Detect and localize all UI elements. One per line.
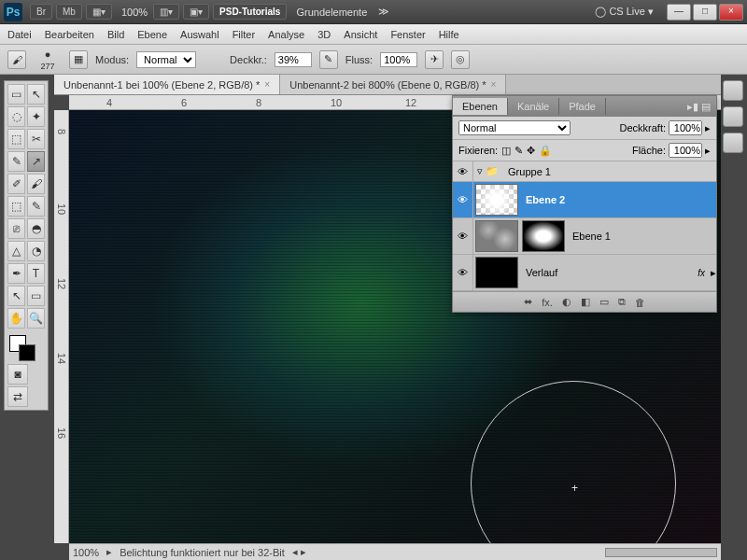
tool-stamp[interactable]: ✐ <box>7 174 25 194</box>
minimize-button[interactable]: — <box>667 4 691 21</box>
menu-ansicht[interactable]: Ansicht <box>344 29 377 40</box>
tool-eraser[interactable]: ⬚ <box>7 196 25 217</box>
minibridge-button[interactable]: Mb <box>56 4 82 20</box>
menu-fenster[interactable]: Fenster <box>390 29 425 40</box>
menu-auswahl[interactable]: Auswahl <box>180 29 219 40</box>
close-icon[interactable]: × <box>491 79 497 90</box>
layer-group[interactable]: 👁 ▿ 📁 Gruppe 1 <box>453 161 716 182</box>
scrollbar-h[interactable] <box>605 548 717 557</box>
tool-lasso[interactable]: ◌ <box>7 106 25 127</box>
menu-filter[interactable]: Filter <box>233 29 255 40</box>
close-icon[interactable]: × <box>264 79 270 90</box>
trash-icon[interactable]: 🗑 <box>635 297 645 308</box>
fx-badge[interactable]: fx <box>698 268 705 278</box>
adjust-icon[interactable] <box>723 133 743 153</box>
tool-heal[interactable]: ✎ <box>7 151 25 172</box>
menu-ebene[interactable]: Ebene <box>137 29 167 40</box>
group-icon[interactable]: ▭ <box>599 296 609 308</box>
brush-tool-icon[interactable]: 🖌 <box>7 50 26 69</box>
more-icon[interactable]: ≫ <box>378 6 389 18</box>
tool-gradient[interactable]: ✎ <box>27 196 45 217</box>
opacity-input[interactable] <box>275 52 312 67</box>
adjustment-icon[interactable]: ◧ <box>581 296 590 308</box>
menu-bearbeiten[interactable]: Bearbeiten <box>45 29 94 40</box>
viewmode-button[interactable]: ▦▾ <box>86 4 112 20</box>
tool-move[interactable]: ↖ <box>27 84 45 105</box>
tool-shape[interactable]: T <box>27 263 45 284</box>
lock-move-icon[interactable]: ✥ <box>527 145 535 157</box>
status-zoom[interactable]: 100% <box>73 547 99 558</box>
panel-menu-icon[interactable]: ▸▮ ▤ <box>682 101 716 113</box>
tool-history[interactable]: 🖌 <box>27 174 45 194</box>
tool-eyedrop[interactable]: ✂ <box>27 129 45 149</box>
lock-paint-icon[interactable]: ✎ <box>514 145 523 157</box>
maximize-button[interactable]: □ <box>693 4 717 21</box>
tool-marquee[interactable]: ▭ <box>7 84 25 105</box>
bridge-button[interactable]: Br <box>30 4 52 20</box>
opacity-pressure-icon[interactable]: ✎ <box>319 50 338 69</box>
menu-datei[interactable]: Datei <box>7 29 32 40</box>
flow-input[interactable] <box>380 52 417 67</box>
color-icon[interactable] <box>723 106 743 127</box>
new-layer-icon[interactable]: ⧉ <box>618 296 626 308</box>
layer-mask-thumb[interactable] <box>522 220 565 252</box>
tool-screenmode[interactable]: ⇄ <box>7 386 28 407</box>
layer-blend-select[interactable]: Normal <box>458 120 571 135</box>
menu-hilfe[interactable]: Hilfe <box>439 29 459 40</box>
color-swatches[interactable] <box>7 333 46 363</box>
swatches-icon[interactable] <box>723 80 743 101</box>
tool-wand[interactable]: ✦ <box>27 106 45 127</box>
workspace-button[interactable]: PSD-Tutorials <box>213 4 287 20</box>
mask-icon[interactable]: ◐ <box>562 296 571 308</box>
visibility-icon[interactable]: 👁 <box>453 182 473 217</box>
tool-pen[interactable]: △ <box>7 241 25 261</box>
tool-dodge[interactable]: ◓ <box>27 218 45 239</box>
close-button[interactable]: × <box>719 4 743 21</box>
background-color[interactable] <box>19 344 35 361</box>
visibility-icon[interactable]: 👁 <box>453 255 473 290</box>
fx-icon[interactable]: fx. <box>542 297 553 308</box>
ruler-vertical[interactable]: 810121416 <box>54 110 69 543</box>
blend-mode-select[interactable]: Normal <box>136 51 196 68</box>
tab-pfade[interactable]: Pfade <box>559 98 606 115</box>
airbrush-icon[interactable]: ✈ <box>425 50 444 69</box>
tool-type[interactable]: ◔ <box>27 241 45 261</box>
link-icon[interactable]: ⬌ <box>524 296 532 308</box>
lock-all-icon[interactable]: 🔒 <box>539 145 552 157</box>
cslive-button[interactable]: ◯ CS Live ▾ <box>595 6 654 18</box>
visibility-icon[interactable]: 👁 <box>453 161 473 181</box>
tab-ebenen[interactable]: Ebenen <box>453 98 508 115</box>
tablet-pressure-icon[interactable]: ◎ <box>451 50 470 69</box>
tool-3d[interactable]: ↖ <box>7 286 25 306</box>
lock-transparent-icon[interactable]: ◫ <box>501 145 511 157</box>
screenmode-button[interactable]: ▣▾ <box>183 4 209 20</box>
brush-preset[interactable]: ●277 <box>34 49 62 71</box>
menu-analyse[interactable]: Analyse <box>268 29 304 40</box>
layer-row-ebene2[interactable]: 👁 Ebene 2 <box>453 182 716 218</box>
doc-tab-1[interactable]: Unbenannt-1 bei 100% (Ebene 2, RGB/8) *× <box>54 75 280 94</box>
menu-3d[interactable]: 3D <box>317 29 331 40</box>
tool-brush[interactable]: ↗ <box>27 151 45 172</box>
layer-thumb[interactable] <box>475 184 518 216</box>
tool-quickmask[interactable]: ◙ <box>7 364 28 385</box>
doc-tab-2[interactable]: Unbenannt-2 bei 800% (Ebene 0, RGB/8) *× <box>280 75 506 94</box>
doc-name[interactable]: Grundelemente <box>296 7 367 18</box>
arrange-button[interactable]: ▥▾ <box>153 4 179 20</box>
zoom-level[interactable]: 100% <box>121 7 148 18</box>
layer-row-verlauf[interactable]: 👁 Verlauf fx▸ <box>453 255 716 291</box>
visibility-icon[interactable]: 👁 <box>453 218 473 254</box>
layer-thumb[interactable] <box>475 220 518 252</box>
layer-opacity-input[interactable] <box>669 120 702 135</box>
tool-path[interactable]: ✒ <box>7 263 25 284</box>
menu-bild[interactable]: Bild <box>107 29 124 40</box>
tool-3dcam[interactable]: ▭ <box>27 286 45 306</box>
tool-crop[interactable]: ⬚ <box>7 129 25 149</box>
fill-input[interactable] <box>669 143 702 158</box>
tool-blur[interactable]: ⎚ <box>7 218 25 239</box>
layer-thumb[interactable] <box>475 257 518 288</box>
tool-hand[interactable]: ✋ <box>7 308 25 329</box>
layer-row-ebene1[interactable]: 👁 Ebene 1 <box>453 218 716 255</box>
tool-zoom[interactable]: 🔍 <box>27 308 45 329</box>
brush-panel-icon[interactable]: ▦ <box>69 50 88 69</box>
tab-kanaele[interactable]: Kanäle <box>508 98 559 115</box>
